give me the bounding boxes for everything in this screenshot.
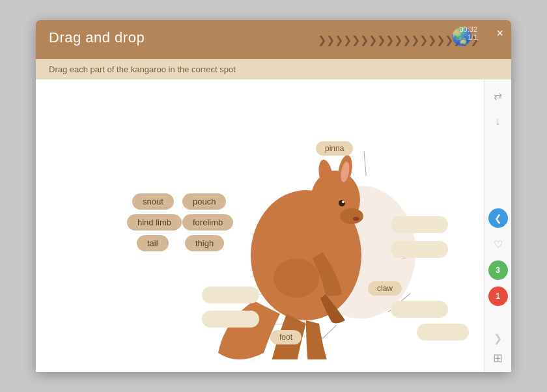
svg-point-20 [353,217,359,221]
drop-zone-2[interactable] [391,241,448,258]
label-forelimb[interactable]: forelimb [182,214,233,231]
header-right-info: 00:32 1/1 [459,25,477,41]
label-pinna[interactable]: pinna [316,141,353,156]
drop-zone-5[interactable] [202,311,259,328]
header-title: Drag and drop [49,29,498,46]
main-window: ❯❯❯❯❯❯❯❯❯❯❯❯❯❯❯❯❯❯❯ Drag and drop 🌏 00:3… [36,20,511,372]
label-foot[interactable]: foot [270,330,302,344]
drop-zone-1[interactable] [391,216,448,233]
grid-button[interactable]: ⊞ [493,351,503,365]
drop-zone-4[interactable] [202,287,259,303]
drop-zone-6[interactable] [417,324,469,341]
label-hind-limb[interactable]: hind limb [127,214,182,231]
heart-button[interactable]: ♡ [488,234,508,254]
main-content: snout pouch hind limb forelimb tail thig… [36,79,511,372]
download-button[interactable]: ↓ [488,112,508,132]
timer-display: 00:32 [459,25,477,33]
header: ❯❯❯❯❯❯❯❯❯❯❯❯❯❯❯❯❯❯❯ Drag and drop 🌏 00:3… [36,20,511,59]
label-pouch[interactable]: pouch [182,193,226,210]
svg-point-11 [340,208,363,224]
drop-zone-3[interactable] [391,301,448,318]
subtitle-text: Drag each part of the kangaroo in the co… [49,64,236,74]
svg-point-19 [342,201,344,203]
alert-button[interactable]: 1 [488,287,508,306]
close-button[interactable]: × [496,27,503,40]
label-tail[interactable]: tail [137,235,169,251]
back-button[interactable]: ❮ [488,208,508,228]
right-sidebar: ⇄ ↓ ❮ ♡ 3 1 ❯ ⊞ [484,79,511,372]
svg-point-17 [274,259,319,298]
page-indicator: 1/1 [468,33,477,41]
shuffle-button[interactable]: ⇄ [488,86,508,105]
subtitle-bar: Drag each part of the kangaroo in the co… [36,59,511,79]
label-thigh[interactable]: thigh [185,235,224,251]
comment-button[interactable]: 3 [488,260,508,280]
nav-right-button[interactable]: ❯ [494,332,502,344]
label-snout[interactable]: snout [132,193,174,210]
svg-point-18 [339,200,345,206]
label-claw[interactable]: claw [368,281,402,296]
